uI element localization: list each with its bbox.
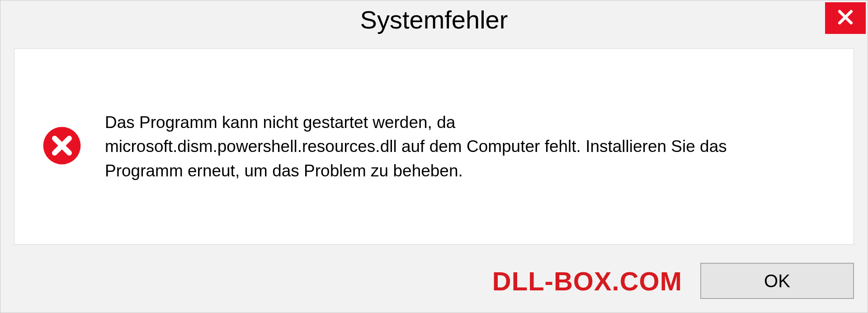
dialog-footer: DLL-BOX.COM OK [0, 254, 868, 313]
error-icon [42, 125, 82, 168]
dialog-title: Systemfehler [360, 5, 508, 34]
ok-button[interactable]: OK [700, 263, 854, 299]
error-dialog: Systemfehler Das Programm kann nicht ges… [0, 0, 868, 313]
error-message: Das Programm kann nicht gestartet werden… [105, 110, 738, 183]
close-icon [835, 7, 855, 29]
close-button[interactable] [825, 2, 866, 34]
content-area: Das Programm kann nicht gestartet werden… [14, 48, 854, 245]
titlebar: Systemfehler [0, 0, 868, 44]
ok-button-label: OK [764, 271, 790, 291]
watermark-text: DLL-BOX.COM [492, 266, 682, 296]
